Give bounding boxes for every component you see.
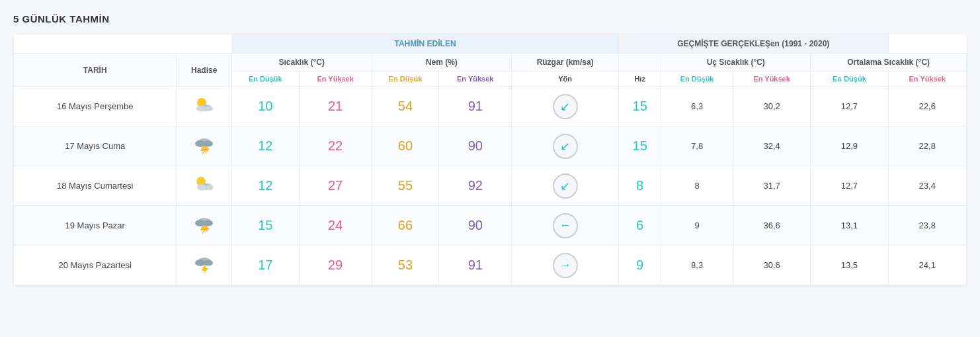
nem-high-cell: 90 xyxy=(439,206,512,246)
tahmin-header: TAHMİN EDİLEN xyxy=(231,34,618,54)
uc-low-header: En Düşük xyxy=(661,72,733,87)
hist-avg-high-cell: 24,1 xyxy=(888,246,966,285)
hist-avg-low-cell: 12,9 xyxy=(811,126,888,166)
empty-sub2 xyxy=(619,54,661,72)
temp-low-cell: 15 xyxy=(231,206,299,246)
table-row: 17 Mayıs Cuma 12 22 60 90 ↙ 15 7,8 32,4 … xyxy=(14,126,967,166)
wind-speed-cell: 8 xyxy=(619,166,661,206)
wind-dir-cell: ↙ xyxy=(512,126,619,166)
nem-low-cell: 53 xyxy=(372,246,439,285)
table-row: 16 Mayıs Perşembe 10 21 54 91 ↙ 15 6,3 3… xyxy=(14,87,967,126)
icon-cell xyxy=(177,246,232,285)
ruzgar-sub-header: Rüzgar (km/sa) xyxy=(512,54,619,72)
hist-high-cell: 36,6 xyxy=(733,206,810,246)
page-title: 5 GÜNLÜK TAHMİN xyxy=(13,13,967,24)
hist-avg-low-cell: 13,1 xyxy=(811,206,888,246)
hist-low-cell: 7,8 xyxy=(661,126,733,166)
yon-header: Yön xyxy=(512,72,619,87)
icon-cell xyxy=(177,126,232,166)
sub-header-row: TARİH Hadise Sıcaklık (°C) Nem (%) Rüzga… xyxy=(14,54,967,72)
nem-high-cell: 92 xyxy=(439,166,512,206)
wind-speed-cell: 15 xyxy=(619,126,661,166)
wind-speed-cell: 6 xyxy=(619,206,661,246)
temp-low-cell: 17 xyxy=(231,246,299,285)
hist-avg-high-cell: 23,4 xyxy=(888,166,966,206)
date-cell: 18 Mayıs Cumartesi xyxy=(14,166,177,206)
nem-high-header: En Yüksek xyxy=(439,72,512,87)
nem-high-cell: 91 xyxy=(439,246,512,285)
hist-high-cell: 31,7 xyxy=(733,166,810,206)
temp-low-cell: 10 xyxy=(231,87,299,126)
ort-high-header: En Yüksek xyxy=(888,72,966,87)
icon-cell xyxy=(177,87,232,126)
table-row: 19 Mayıs Pazar 15 24 66 90 ← 6 9 36,6 13… xyxy=(14,206,967,246)
tarih-sub-header: TARİH xyxy=(14,54,177,87)
table-row: 20 Mayıs Pazartesi 17 29 53 91 → 9 8,3 3… xyxy=(14,246,967,285)
uc-sicaklik-sub-header: Uç Sıcaklık (°C) xyxy=(661,54,811,72)
wind-speed-cell: 15 xyxy=(619,87,661,126)
svg-point-20 xyxy=(204,260,213,266)
hist-high-cell: 30,6 xyxy=(733,246,810,285)
hist-high-cell: 30,2 xyxy=(733,87,810,126)
date-cell: 17 Mayıs Cuma xyxy=(14,126,177,166)
svg-point-3 xyxy=(205,106,213,111)
weather-table: TAHMİN EDİLEN GEÇMİŞTE GERÇEKLEŞen (1991… xyxy=(13,34,967,285)
hiz-header: Hız xyxy=(619,72,661,87)
hist-low-cell: 8,3 xyxy=(661,246,733,285)
temp-low-cell: 12 xyxy=(231,126,299,166)
hist-avg-high-cell: 22,6 xyxy=(888,87,966,126)
temp-high-cell: 27 xyxy=(299,166,372,206)
icon-cell xyxy=(177,166,232,206)
temp-high-cell: 21 xyxy=(299,87,372,126)
sicaklik-sub-header: Sıcaklık (°C) xyxy=(231,54,372,72)
temp-high-cell: 22 xyxy=(299,126,372,166)
nem-high-cell: 90 xyxy=(439,126,512,166)
wind-dir-cell: ↙ xyxy=(512,87,619,126)
svg-point-12 xyxy=(206,185,214,190)
temp-low-cell: 12 xyxy=(231,166,299,206)
date-cell: 16 Mayıs Perşembe xyxy=(14,87,177,126)
date-cell: 20 Mayıs Pazartesi xyxy=(14,246,177,285)
wind-speed-cell: 9 xyxy=(619,246,661,285)
nem-low-cell: 66 xyxy=(372,206,439,246)
temp-high-cell: 29 xyxy=(299,246,372,285)
nem-sub-header: Nem (%) xyxy=(372,54,512,72)
ort-low-header: En Düşük xyxy=(811,72,888,87)
nem-high-cell: 91 xyxy=(439,87,512,126)
wind-dir-cell: → xyxy=(512,246,619,285)
temp-high-header: En Yüksek xyxy=(299,72,372,87)
nem-low-cell: 54 xyxy=(372,87,439,126)
hist-avg-high-cell: 22,8 xyxy=(888,126,966,166)
svg-point-6 xyxy=(204,141,213,147)
hadise-sub-header: Hadise xyxy=(177,54,232,87)
hist-avg-high-cell: 23,8 xyxy=(888,206,966,246)
hist-avg-low-cell: 12,7 xyxy=(811,166,888,206)
uc-high-header: En Yüksek xyxy=(733,72,810,87)
hist-low-cell: 8 xyxy=(661,166,733,206)
ort-sicaklik-sub-header: Ortalama Sıcaklık (°C) xyxy=(811,54,967,72)
gecmis-header: GEÇMİŞTE GERÇEKLEŞen (1991 - 2020) xyxy=(619,34,888,54)
date-cell: 19 Mayıs Pazar xyxy=(14,206,177,246)
nem-low-cell: 60 xyxy=(372,126,439,166)
wind-dir-cell: ← xyxy=(512,206,619,246)
main-header-row: TAHMİN EDİLEN GEÇMİŞTE GERÇEKLEŞen (1991… xyxy=(14,34,967,54)
hist-low-cell: 6,3 xyxy=(661,87,733,126)
empty-header xyxy=(14,34,232,54)
table-row: 18 Mayıs Cumartesi 12 27 55 92 ↙ 8 8 31,… xyxy=(14,166,967,206)
hist-low-cell: 9 xyxy=(661,206,733,246)
hist-high-cell: 32,4 xyxy=(733,126,810,166)
temp-low-header: En Düşük xyxy=(231,72,299,87)
hist-avg-low-cell: 13,5 xyxy=(811,246,888,285)
icon-cell xyxy=(177,206,232,246)
svg-marker-21 xyxy=(202,266,208,274)
hist-avg-low-cell: 12,7 xyxy=(811,87,888,126)
svg-point-11 xyxy=(197,185,206,191)
svg-point-2 xyxy=(196,106,206,112)
svg-point-15 xyxy=(204,220,213,226)
nem-low-cell: 55 xyxy=(372,166,439,206)
temp-high-cell: 24 xyxy=(299,206,372,246)
wind-dir-cell: ↙ xyxy=(512,166,619,206)
nem-low-header: En Düşük xyxy=(372,72,439,87)
